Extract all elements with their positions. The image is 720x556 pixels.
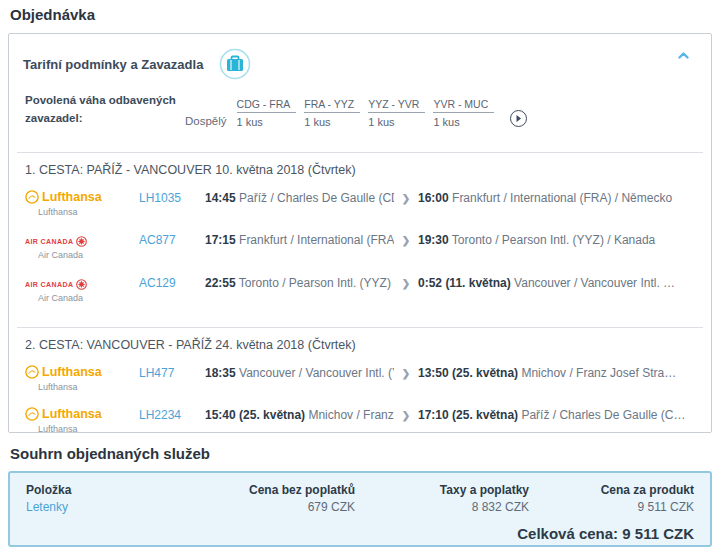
departure-info: 14:45 Paříž / Charles De Gaulle (CDG) / … <box>205 190 394 205</box>
flight-row: AIR CANADA Air Canada AC877 17:15 Frankf… <box>25 232 695 260</box>
total-price-label: Celková cena: <box>517 525 618 542</box>
baggage-allowance-label: Povolená váha odbavených zavazadel: <box>25 92 185 128</box>
lufthansa-logo: Lufthansa <box>25 407 139 421</box>
flight-number-link[interactable]: AC129 <box>139 275 205 290</box>
journey-1-title: 1. CESTA: PAŘÍŽ - VANCOUVER 10. května 2… <box>25 163 695 177</box>
baggage-segment: YVR - MUC 1 kus <box>433 98 494 128</box>
airline-name: Air Canada <box>38 250 139 260</box>
column-header-taxes-fees: Taxy a poplatky <box>355 483 529 500</box>
airline-cell: Lufthansa Lufthansa <box>25 365 139 392</box>
airline-name: Air Canada <box>38 293 139 303</box>
airline-cell: AIR CANADA Air Canada <box>25 275 139 303</box>
arrival-info: 16:00 Frankfurt / International (FRA) / … <box>418 190 695 205</box>
lufthansa-logo: Lufthansa <box>25 190 139 204</box>
flight-row: Lufthansa Lufthansa LH1035 14:45 Paříž /… <box>25 190 695 217</box>
journey-2: 2. CESTA: VANCOUVER - PAŘÍŽ 24. května 2… <box>9 328 711 433</box>
page-title: Objednávka <box>0 0 720 33</box>
departure-info: 18:35 Vancouver / Vancouver Intl. (YVR) … <box>205 365 394 380</box>
chevron-right-icon: ❯ <box>394 190 418 204</box>
total-price-currency: CZK <box>663 525 694 542</box>
product-price-value: 9 511 CZK <box>529 500 694 514</box>
baggage-segment: CDG - FRA 1 kus <box>237 98 297 128</box>
airline-name: Lufthansa <box>38 424 139 433</box>
baggage-allowance: Povolená váha odbavených zavazadel: Dosp… <box>9 84 711 128</box>
arrival-info: 0:52 (11. května) Vancouver / Vancouver … <box>418 275 695 290</box>
airline-name: Lufthansa <box>38 207 139 217</box>
arrival-info: 19:30 Toronto / Pearson Intl. (YYZ) / Ka… <box>418 232 695 247</box>
item-link-letenky[interactable]: Letenky <box>26 500 175 514</box>
suitcase-icon <box>219 48 251 80</box>
flight-row: Lufthansa Lufthansa LH477 18:35 Vancouve… <box>25 365 695 392</box>
column-header-price-without-fees: Cena bez poplatků <box>175 483 355 500</box>
flight-row: Lufthansa Lufthansa LH2234 15:40 (25. kv… <box>25 407 695 433</box>
chevron-right-icon: ❯ <box>394 275 418 289</box>
flight-number-link[interactable]: AC877 <box>139 232 205 247</box>
column-header-item: Položka <box>26 483 175 500</box>
airline-cell: Lufthansa Lufthansa <box>25 407 139 433</box>
baggage-allowance-table: Dospělý CDG - FRA 1 kus FRA - YYZ 1 kus … <box>185 92 527 128</box>
baggage-segment: FRA - YYZ 1 kus <box>304 98 360 128</box>
journey-2-title: 2. CESTA: VANCOUVER - PAŘÍŽ 24. května 2… <box>25 338 695 352</box>
total-price: Celková cena: 9 511 CZK <box>26 525 694 542</box>
summary-table: Položka Cena bez poplatků Taxy a poplatk… <box>26 483 694 514</box>
air-canada-logo: AIR CANADA <box>25 232 139 247</box>
total-price-value: 9 511 <box>622 525 659 542</box>
order-page: Objednávka Tarifní podmínky a Zavazadla <box>0 0 720 556</box>
airline-name: Lufthansa <box>38 382 139 392</box>
arrival-info: 13:50 (25. května) Mnichov / Franz Josef… <box>418 365 695 380</box>
baggage-next-arrow-button[interactable] <box>510 110 527 127</box>
price-without-fees-value: 679 CZK <box>175 500 355 514</box>
flight-number-link[interactable]: LH2234 <box>139 407 205 422</box>
airline-cell: Lufthansa Lufthansa <box>25 190 139 217</box>
departure-info: 17:15 Frankfurt / International (FRA) / … <box>205 232 394 247</box>
chevron-right-icon: ❯ <box>394 232 418 246</box>
chevron-right-icon: ❯ <box>394 365 418 379</box>
taxes-fees-value: 8 832 CZK <box>355 500 529 514</box>
lufthansa-logo: Lufthansa <box>25 365 139 379</box>
airline-cell: AIR CANADA Air Canada <box>25 232 139 260</box>
flight-number-link[interactable]: LH477 <box>139 365 205 380</box>
flight-number-link[interactable]: LH1035 <box>139 190 205 205</box>
air-canada-logo: AIR CANADA <box>25 275 139 290</box>
departure-info: 22:55 Toronto / Pearson Intl. (YYZ) / Ka… <box>205 275 394 290</box>
tariff-panel: Tarifní podmínky a Zavazadla Povolená vá… <box>8 33 712 433</box>
tariff-panel-header: Tarifní podmínky a Zavazadla <box>9 34 711 84</box>
chevron-right-icon: ❯ <box>394 407 418 421</box>
baggage-segment: YYZ - YVR 1 kus <box>368 98 425 128</box>
summary-title: Souhrn objednaných služeb <box>10 445 720 462</box>
passenger-type-label: Dospělý <box>185 115 227 127</box>
departure-info: 15:40 (25. května) Mnichov / Franz Josef… <box>205 407 394 422</box>
collapse-panel-chevron-up-icon[interactable] <box>678 48 689 59</box>
column-header-product-price: Cena za produkt <box>529 483 694 500</box>
arrival-info: 17:10 (25. května) Paříž / Charles De Ga… <box>418 407 695 422</box>
journey-1: 1. CESTA: PAŘÍŽ - VANCOUVER 10. května 2… <box>9 153 711 303</box>
flight-row: AIR CANADA Air Canada AC129 22:55 Toront… <box>25 275 695 303</box>
tariff-panel-title: Tarifní podmínky a Zavazadla <box>23 57 203 72</box>
summary-panel: Položka Cena bez poplatků Taxy a poplatk… <box>8 471 712 547</box>
